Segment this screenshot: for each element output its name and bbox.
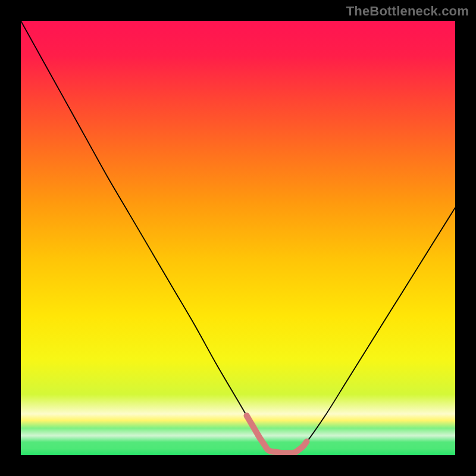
- chart-frame: TheBottleneck.com: [0, 0, 476, 476]
- watermark-label: TheBottleneck.com: [346, 4, 469, 19]
- plot-area: [21, 21, 455, 455]
- bottleneck-curve: [21, 21, 455, 453]
- bottom-highlight: [247, 416, 307, 453]
- curve-layer: [21, 21, 455, 455]
